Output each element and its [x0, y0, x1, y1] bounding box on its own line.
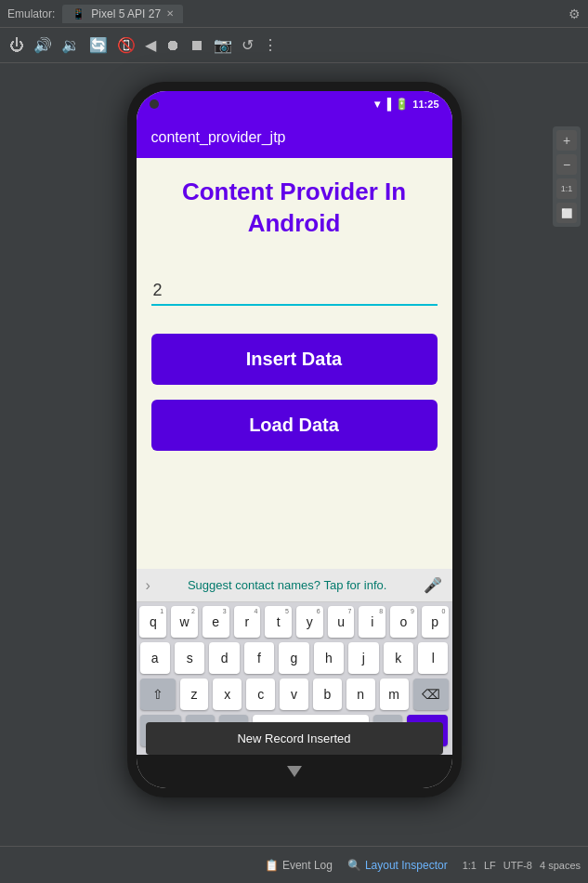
layout-inspector-label: Layout Inspector — [365, 859, 448, 872]
key-h[interactable]: h — [314, 642, 344, 674]
camera-dot — [150, 99, 159, 109]
keyboard-row-1: q1 w2 e3 r4 t5 y6 u7 i8 o9 p0 — [140, 606, 449, 638]
navigation-bar — [137, 755, 452, 788]
gear-icon[interactable]: ⚙ — [568, 7, 581, 21]
key-c[interactable]: c — [246, 679, 275, 710]
zoom-out-button[interactable]: − — [556, 154, 577, 175]
layout-inspector-tab[interactable]: 🔍 Layout Inspector — [347, 859, 448, 872]
more-icon[interactable]: ⋮ — [263, 36, 278, 54]
app-bar: content_provider_jtp — [137, 117, 452, 158]
phone-icon[interactable]: 📵 — [117, 36, 136, 54]
key-u[interactable]: u7 — [328, 606, 355, 638]
top-bar: Emulator: 📱 Pixel 5 API 27 ✕ ⚙ — [0, 0, 588, 28]
key-n[interactable]: n — [346, 679, 375, 710]
keyboard-row-3: ⇧ z x c v b n m ⌫ — [140, 679, 449, 710]
key-d[interactable]: d — [209, 642, 239, 674]
phone-screen: ▾ ▐ 🔋 11:25 content_provider_jtp Content… — [137, 91, 452, 788]
key-s[interactable]: s — [175, 642, 204, 674]
key-p[interactable]: p0 — [422, 606, 449, 638]
reset-icon[interactable]: ↺ — [242, 36, 254, 54]
key-f[interactable]: f — [244, 642, 274, 674]
zoom-in-button[interactable]: + — [556, 130, 577, 151]
emulator-label: Emulator: — [7, 7, 55, 20]
phone-device: ▾ ▐ 🔋 11:25 content_provider_jtp Content… — [127, 82, 462, 797]
home-icon[interactable]: ⏺ — [165, 37, 180, 54]
bottom-status-bar: 📋 Event Log 🔍 Layout Inspector 1:1 LF UT… — [0, 846, 588, 883]
key-v[interactable]: v — [280, 679, 308, 710]
battery-icon: 🔋 — [395, 98, 409, 111]
key-m[interactable]: m — [380, 679, 409, 710]
event-log-label: Event Log — [282, 859, 333, 872]
key-q[interactable]: q1 — [139, 606, 166, 638]
key-z[interactable]: z — [180, 679, 209, 710]
app-content: Content Provider In Android Insert Data … — [137, 158, 452, 569]
tab-name: Pixel 5 API 27 — [91, 7, 161, 20]
key-a[interactable]: a — [140, 642, 170, 674]
status-right: ▾ ▐ 🔋 11:25 — [374, 98, 439, 111]
key-o[interactable]: o9 — [390, 606, 417, 638]
line-ending: LF — [484, 860, 496, 871]
wifi-icon: ▾ — [374, 98, 380, 111]
data-input[interactable] — [151, 277, 438, 306]
zoom-controls: + − 1:1 ⬜ — [553, 126, 581, 227]
key-e[interactable]: e3 — [203, 606, 229, 638]
key-i[interactable]: i8 — [359, 606, 385, 638]
stop-icon[interactable]: ⏹ — [189, 37, 204, 54]
snackbar: New Record Inserted — [146, 722, 443, 755]
keyboard-suggest-bar: › Suggest contact names? Tap for info. 🎤 — [137, 569, 452, 602]
status-left — [150, 99, 164, 109]
key-l[interactable]: l — [418, 642, 448, 674]
back-nav-icon[interactable] — [287, 766, 302, 777]
key-b[interactable]: b — [313, 679, 342, 710]
zoom-frame-button[interactable]: ⬜ — [556, 203, 577, 223]
volume-up-icon[interactable]: 🔊 — [33, 36, 52, 54]
key-t[interactable]: t5 — [265, 606, 292, 638]
app-bar-title: content_provider_jtp — [151, 129, 286, 146]
encoding: UTF-8 — [503, 860, 532, 871]
zoom-reset-button[interactable]: 1:1 — [556, 178, 577, 199]
key-w[interactable]: w2 — [171, 606, 198, 638]
spaces-setting: 4 spaces — [540, 860, 581, 871]
load-data-button[interactable]: Load Data — [151, 400, 438, 451]
volume-down-icon[interactable]: 🔉 — [61, 36, 80, 54]
key-y[interactable]: y6 — [296, 606, 323, 638]
key-x[interactable]: x — [213, 679, 242, 710]
layout-inspector-icon: 🔍 — [347, 859, 361, 872]
time-display: 11:25 — [412, 99, 438, 110]
content-title: Content Provider In Android — [151, 177, 438, 240]
tab-close-icon[interactable]: ✕ — [166, 8, 174, 19]
key-g[interactable]: g — [279, 642, 308, 674]
keyboard-row-2: a s d f g h j k l — [140, 642, 449, 674]
key-delete[interactable]: ⌫ — [413, 679, 449, 710]
back-icon[interactable]: ◀ — [145, 36, 156, 54]
emulator-tab[interactable]: 📱 Pixel 5 API 27 ✕ — [62, 5, 183, 23]
event-log-tab[interactable]: 📋 Event Log — [265, 859, 333, 872]
status-bar: ▾ ▐ 🔋 11:25 — [137, 91, 452, 117]
event-log-icon: 📋 — [265, 859, 279, 872]
power-icon[interactable]: ⏻ — [9, 37, 24, 54]
signal-icon: ▐ — [384, 98, 392, 111]
key-j[interactable]: j — [348, 642, 378, 674]
suggest-arrow-icon[interactable]: › — [146, 577, 150, 594]
main-area: ▾ ▐ 🔋 11:25 content_provider_jtp Content… — [0, 63, 588, 846]
toolbar: ⏻ 🔊 🔉 🔄 📵 ◀ ⏺ ⏹ 📷 ↺ ⋮ — [0, 28, 588, 63]
mic-icon[interactable]: 🎤 — [424, 576, 442, 594]
rotate-icon[interactable]: 🔄 — [89, 36, 108, 54]
zoom-level: 1:1 — [463, 860, 477, 871]
key-k[interactable]: k — [384, 642, 413, 674]
camera-icon[interactable]: 📷 — [214, 36, 232, 54]
key-shift[interactable]: ⇧ — [140, 679, 176, 710]
key-r[interactable]: r4 — [234, 606, 261, 638]
bottom-right-info: 1:1 LF UTF-8 4 spaces — [463, 860, 581, 871]
insert-data-button[interactable]: Insert Data — [151, 334, 438, 385]
suggest-text: Suggest contact names? Tap for info. — [188, 578, 386, 592]
